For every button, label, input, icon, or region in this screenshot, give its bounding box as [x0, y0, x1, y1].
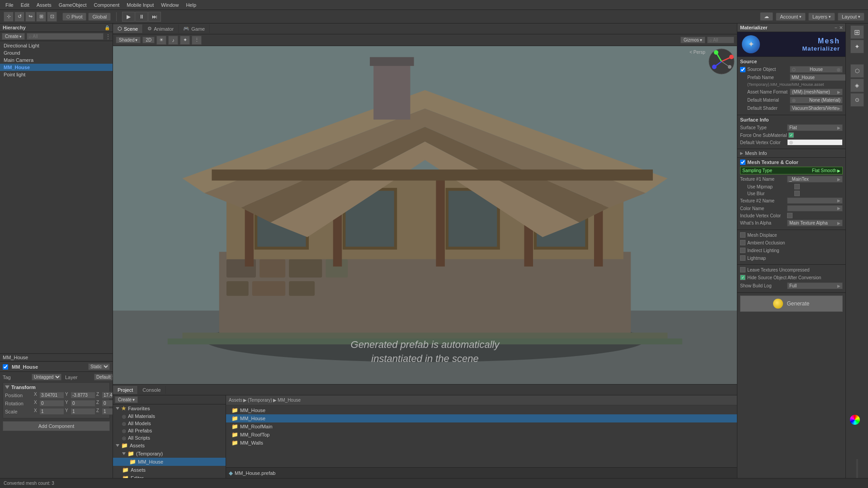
breadcrumb-assets[interactable]: Assets [229, 398, 242, 403]
asset-file-mm-walls[interactable]: 📁 MM_Walls [226, 439, 737, 447]
hierarchy-create-btn[interactable]: Create ▾ [2, 33, 25, 40]
asset-file-mm-house-2[interactable]: 📁 MM_House [226, 414, 737, 422]
generate-button[interactable]: Generate [740, 296, 843, 312]
scene-fx-icon[interactable]: ✦ [180, 36, 190, 45]
asset-file-mm-roofmain[interactable]: 📁 MM_RoofMain [226, 422, 737, 431]
rotation-x[interactable] [39, 400, 64, 407]
position-x[interactable] [39, 392, 64, 399]
scene-gizmo[interactable] [708, 48, 735, 75]
indirect-lighting-checkbox[interactable] [740, 248, 745, 253]
scene-search[interactable] [707, 37, 734, 43]
menu-window[interactable]: Window [157, 1, 182, 9]
rotation-y[interactable] [71, 400, 95, 407]
tab-project[interactable]: Project [113, 386, 138, 394]
tool-icon-4[interactable]: ◈ [850, 79, 864, 92]
force-submaterial-checkbox[interactable] [788, 132, 794, 138]
menu-assets[interactable]: Assets [33, 1, 55, 9]
pause-button[interactable]: ⏸ [135, 12, 148, 22]
leave-textures-checkbox[interactable] [740, 267, 745, 272]
layers-button[interactable]: Layers ▾ [808, 13, 835, 21]
toolbar-icon5[interactable]: ⊡ [47, 12, 57, 22]
position-z[interactable] [102, 392, 113, 399]
toolbar-icon2[interactable]: ↺ [14, 12, 24, 22]
hierarchy-search-input[interactable] [27, 33, 104, 40]
favorites-all-prefabs[interactable]: ◎ All Prefabs [113, 427, 226, 434]
tab-animator[interactable]: ⚙Animator [143, 24, 179, 33]
favorites-all-scripts[interactable]: ◎ All Scripts [113, 434, 226, 441]
menu-mobile-input[interactable]: Mobile Input [123, 1, 157, 9]
mesh-info-toggle[interactable]: ▶ Mesh Info [737, 149, 845, 158]
assets-header[interactable]: 📁 Assets [113, 441, 226, 450]
assets-folder-main[interactable]: 📁 Assets [113, 466, 226, 474]
play-button[interactable]: ▶ [122, 12, 135, 22]
default-vertex-color-value[interactable]: ◎ [787, 139, 843, 145]
favorites-header[interactable]: ★ Favorites [113, 404, 226, 413]
mesh-texture-checkbox[interactable] [740, 160, 745, 165]
tool-icon-2[interactable]: ✦ [850, 40, 864, 53]
favorites-all-models[interactable]: ◎ All Models [113, 420, 226, 427]
include-vertex-checkbox[interactable] [787, 213, 793, 218]
scene-more-icon[interactable]: ⋮ [192, 36, 202, 45]
menu-edit[interactable]: Edit [17, 1, 33, 9]
gizmos-dropdown[interactable]: Gizmos ▾ [680, 37, 705, 43]
breadcrumb-temporary[interactable]: (Temporary) [248, 398, 272, 403]
tool-icon-5[interactable]: ⊙ [850, 93, 864, 107]
add-component-button[interactable]: Add Component [3, 421, 110, 431]
hierarchy-item-main-camera[interactable]: Main Camera [0, 56, 113, 64]
tool-icon-1[interactable]: ⊞ [850, 25, 864, 39]
mesh-displace-checkbox[interactable] [740, 232, 745, 238]
inspector-tag-select[interactable]: Untagged [32, 374, 61, 380]
inspector-layer-select[interactable]: Default [94, 374, 113, 380]
lightmap-checkbox[interactable] [740, 255, 745, 261]
inspector-static-select[interactable]: Static [88, 363, 110, 370]
hierarchy-item-point-light[interactable]: Point light [0, 71, 113, 78]
layout-button[interactable]: Layout ▾ [838, 13, 864, 21]
global-button[interactable]: Global [88, 13, 111, 21]
scale-y[interactable] [71, 408, 95, 415]
favorites-all-materials[interactable]: ◎ All Materials [113, 413, 226, 420]
materializer-min-icon[interactable]: − [835, 25, 837, 30]
hierarchy-item-ground[interactable]: Ground [0, 49, 113, 56]
rotation-z[interactable] [102, 400, 113, 407]
toolbar-icon4[interactable]: ⊞ [36, 12, 46, 22]
menu-file[interactable]: File [2, 1, 17, 9]
step-button[interactable]: ⏭ [148, 12, 161, 22]
breadcrumb-mm-house[interactable]: MM_House [278, 398, 301, 403]
assets-temporary[interactable]: 📁 (Temporary) [113, 450, 226, 458]
position-y[interactable] [71, 392, 95, 399]
project-create-btn[interactable]: Create ▾ [115, 396, 138, 403]
assets-mm-house-folder-selected[interactable]: 📁 MM_House [113, 458, 226, 466]
scale-x[interactable] [39, 408, 64, 415]
account-button[interactable]: Account ▾ [776, 13, 806, 21]
prefab-name-input[interactable] [790, 74, 845, 81]
asset-file-mm-house-1[interactable]: 📁 MM_House [226, 406, 737, 414]
scale-z[interactable] [102, 408, 113, 415]
scene-light-icon[interactable]: ☀ [156, 36, 166, 45]
hierarchy-item-directional-light[interactable]: Directional Light [0, 42, 113, 49]
pivot-button[interactable]: ⬡ Pivot [62, 13, 86, 21]
assets-folder-editor[interactable]: 📁 Editor [113, 474, 226, 478]
tool-icon-3[interactable]: ⬡ [850, 64, 864, 78]
toolbar-icon1[interactable]: ⊹ [4, 12, 14, 22]
2d-toggle[interactable]: 2D [142, 37, 155, 43]
menu-help[interactable]: Help [182, 1, 200, 9]
tab-console[interactable]: Console [138, 386, 165, 394]
menu-gameobject[interactable]: GameObject [55, 1, 90, 9]
hide-source-checkbox[interactable] [740, 275, 745, 280]
scene-view[interactable]: Generated prefab is automaticallyinstant… [113, 46, 737, 384]
shading-dropdown[interactable]: Shaded ▾ [116, 37, 141, 43]
source-object-checkbox[interactable] [740, 67, 745, 72]
asset-file-mm-rooftop[interactable]: 📁 MM_RoofTop [226, 431, 737, 439]
toolbar-icon3[interactable]: ↬ [25, 12, 35, 22]
inspector-active-checkbox[interactable] [3, 364, 8, 370]
hierarchy-sort-icon[interactable]: ⋮ [105, 33, 111, 40]
hierarchy-item-mm-house[interactable]: MM_House [0, 64, 113, 71]
cloud-button[interactable]: ☁ [760, 12, 773, 21]
tab-scene[interactable]: ⬡Scene [113, 24, 143, 33]
tab-game[interactable]: 🎮Game [179, 24, 210, 33]
scene-audio-icon[interactable]: ♪ [168, 36, 178, 45]
use-blur-checkbox[interactable] [794, 191, 800, 196]
ambient-occlusion-checkbox[interactable] [740, 240, 745, 245]
use-mipmap-checkbox[interactable] [794, 184, 800, 189]
materializer-close-icon[interactable]: ✕ [839, 25, 843, 30]
